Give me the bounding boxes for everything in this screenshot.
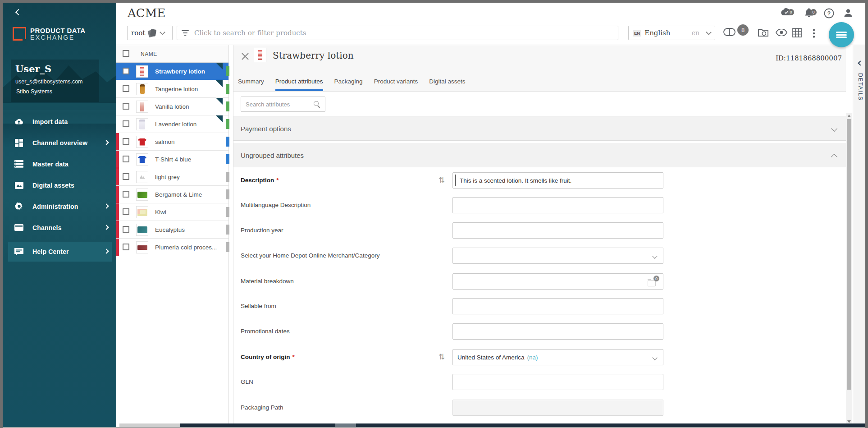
- top-bar: ACME 0 0 ? root EN English en: [116, 3, 868, 45]
- context-stack-icon: [148, 29, 157, 37]
- row-checkbox[interactable]: [123, 85, 129, 92]
- tab-summary[interactable]: Summary: [238, 78, 264, 91]
- hscrollbar-track[interactable]: [356, 423, 866, 427]
- table-row[interactable]: light grey: [116, 168, 228, 186]
- attribute-search-input[interactable]: [246, 101, 313, 108]
- promotional-dates-input[interactable]: [452, 323, 663, 340]
- material-breakdown-input[interactable]: 0: [452, 273, 663, 290]
- table-view-icon[interactable]: [792, 28, 804, 40]
- vertical-scrollbar[interactable]: [846, 113, 852, 424]
- row-checkbox[interactable]: [123, 191, 129, 198]
- description-input[interactable]: This is a scented lotion. It smells like…: [452, 172, 663, 189]
- scroll-down-arrow[interactable]: [847, 420, 851, 423]
- row-checkbox[interactable]: [123, 173, 129, 180]
- table-row[interactable]: T-Shirt 4 blue: [116, 151, 228, 168]
- tab-product-variants[interactable]: Product variants: [374, 78, 418, 91]
- row-checkbox[interactable]: [123, 103, 129, 110]
- main-menu-fab-button[interactable]: [829, 22, 854, 47]
- table-row[interactable]: Plumeria cold proces...: [116, 239, 228, 256]
- name-column-header: NAME: [141, 51, 157, 57]
- user-email: user_s@stibosystems.com: [15, 78, 95, 85]
- row-checkbox[interactable]: [123, 138, 129, 145]
- tab-packaging[interactable]: Packaging: [334, 78, 363, 91]
- field-row-home-depot-category: Select your Home Depot Online Merchant/C…: [233, 248, 846, 264]
- section-payment-options[interactable]: Payment options: [233, 116, 846, 141]
- field-row-gln: GLN: [233, 374, 846, 390]
- notifications-bell-icon[interactable]: 0: [804, 7, 816, 19]
- user-organization: Stibo Systems: [16, 88, 95, 95]
- folder-icon[interactable]: 0: [648, 276, 659, 287]
- row-checkbox[interactable]: [123, 120, 129, 127]
- country-of-origin-select[interactable]: United States of America (na): [452, 349, 663, 365]
- product-thumbnail: [136, 189, 148, 201]
- status-badge: [226, 154, 229, 164]
- more-options-kebab-icon[interactable]: [813, 29, 824, 41]
- product-thumbnail: [136, 241, 148, 253]
- user-info: User_S user_s@stibosystems.com Stibo Sys…: [11, 60, 99, 102]
- row-checkbox[interactable]: [123, 226, 129, 233]
- preview-eye-icon[interactable]: [776, 29, 787, 41]
- table-row[interactable]: Tangerine lotion: [116, 80, 228, 98]
- multilanguage-description-input[interactable]: [452, 197, 663, 213]
- collapse-sidebar-button[interactable]: [14, 8, 22, 16]
- field-row-sellable-from: Sellable from: [233, 298, 846, 314]
- logo-line1: PRODUCT DATA: [30, 27, 86, 34]
- folder-sync-icon[interactable]: [758, 28, 770, 39]
- sidebar-item-import-data[interactable]: Import data: [8, 111, 112, 132]
- chevron-right-icon: [104, 140, 109, 145]
- section-ungrouped-attributes[interactable]: Ungrouped attributes: [233, 143, 846, 167]
- sidebar-item-channel-overview[interactable]: Channel overview: [8, 132, 112, 153]
- table-row[interactable]: salmon: [116, 133, 228, 151]
- close-icon[interactable]: [240, 51, 250, 61]
- table-row[interactable]: Bergamot & Lime: [116, 186, 228, 203]
- details-side-tab[interactable]: DETAILS: [853, 45, 868, 427]
- sidebar-item-channels[interactable]: Channels: [8, 217, 112, 238]
- table-row[interactable]: Vanilla lotion: [116, 98, 228, 115]
- row-checkbox[interactable]: [123, 68, 129, 74]
- table-row[interactable]: Kiwi: [116, 203, 228, 221]
- logo-square-icon: [13, 27, 26, 41]
- product-thumbnail: [136, 136, 148, 148]
- sidebar-item-help-center[interactable]: Help Center: [8, 242, 112, 262]
- gln-input[interactable]: [452, 374, 663, 390]
- select-all-checkbox[interactable]: [123, 50, 129, 57]
- sidebar-item-administration[interactable]: Administration: [8, 196, 112, 217]
- tab-digital-assets[interactable]: Digital assets: [429, 78, 465, 91]
- product-thumbnail: [136, 101, 148, 113]
- error-indicator-bar: [116, 239, 119, 256]
- product-search-input[interactable]: [194, 29, 613, 37]
- home-depot-category-select[interactable]: [452, 248, 663, 264]
- table-row[interactable]: Strawberry lotion: [116, 63, 228, 80]
- status-badge: [226, 207, 229, 217]
- product-id: ID:1181868800007: [776, 54, 842, 62]
- field-row-multilanguage-description: Multilanguage Description: [233, 197, 846, 213]
- table-row[interactable]: Lavender lotion: [116, 115, 228, 133]
- chevron-right-icon: [104, 249, 109, 253]
- hscrollbar-track[interactable]: [180, 423, 335, 427]
- sellable-from-input[interactable]: [452, 298, 663, 314]
- production-year-input[interactable]: [452, 222, 663, 239]
- sidebar-item-digital-assets[interactable]: Digital assets: [8, 175, 112, 196]
- row-checkbox[interactable]: [123, 156, 129, 162]
- table-row[interactable]: Eucalyptus: [116, 221, 228, 239]
- scroll-up-arrow[interactable]: [847, 115, 851, 117]
- scrollbar-thumb[interactable]: [847, 119, 851, 390]
- context-selector[interactable]: root: [127, 26, 173, 40]
- row-checkbox[interactable]: [123, 208, 129, 215]
- sync-status-icon[interactable]: 0: [780, 7, 792, 19]
- status-badge: [226, 137, 229, 147]
- tab-product-attributes[interactable]: Product attributes: [275, 78, 323, 91]
- detail-hscrollbar-thumb[interactable]: [335, 423, 356, 427]
- help-icon[interactable]: ?: [824, 8, 836, 20]
- selected-count-badge[interactable]: 8: [737, 24, 749, 36]
- user-name: User_S: [15, 63, 95, 74]
- row-checkbox[interactable]: [123, 244, 129, 250]
- sidebar-item-master-data[interactable]: Master data: [8, 153, 112, 175]
- chevron-right-icon: [104, 225, 109, 230]
- language-selector[interactable]: EN English en: [628, 26, 715, 40]
- table-hscrollbar-thumb[interactable]: [119, 423, 180, 427]
- toggle-view-icon[interactable]: [723, 28, 735, 40]
- user-profile-icon[interactable]: [843, 8, 855, 20]
- cloud-upload-icon: [14, 117, 23, 126]
- chevron-left-icon: [858, 60, 863, 65]
